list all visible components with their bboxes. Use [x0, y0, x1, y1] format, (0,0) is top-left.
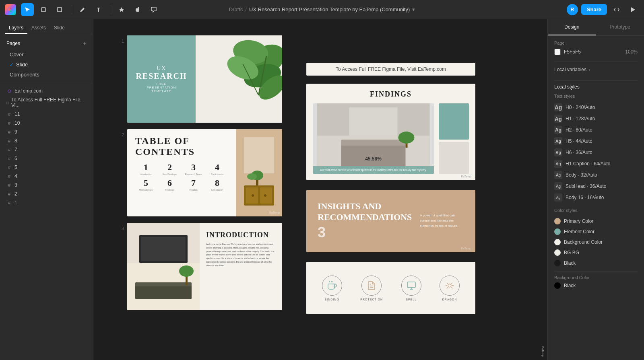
- svg-line-47: [451, 282, 452, 284]
- local-styles-section: Local styles Text styles Ag H0 · 240/Aut…: [554, 84, 638, 289]
- color-style-bgbg[interactable]: BG BG: [554, 247, 638, 258]
- tab-prototype[interactable]: Prototype: [596, 19, 644, 35]
- local-variables-section: Local variables ›: [554, 65, 638, 74]
- hand-tool[interactable]: [131, 3, 144, 16]
- text-tool[interactable]: T: [92, 3, 105, 16]
- slide1-research: RESEARCH: [136, 72, 187, 80]
- page-components-label: Components: [10, 72, 39, 78]
- fill-hex: F5F5F5: [564, 49, 622, 55]
- color-style-element[interactable]: Element Color: [554, 226, 638, 237]
- active-check: ✓: [10, 62, 14, 68]
- text-style-h1caption[interactable]: Ag H1 Caption · 64/Auto: [554, 158, 638, 169]
- right-tabs: Design Prototype: [548, 19, 644, 36]
- tab-design[interactable]: Design: [548, 19, 596, 35]
- page-slide-label: Slide: [16, 62, 28, 68]
- tab-assets[interactable]: Assets: [27, 23, 50, 34]
- text-style-subhead[interactable]: Ag SubHead · 36/Auto: [554, 181, 638, 192]
- page-cover[interactable]: Cover: [0, 49, 93, 60]
- layer-1[interactable]: # 1: [0, 198, 93, 207]
- add-page-button[interactable]: +: [83, 40, 87, 47]
- layer-4[interactable]: # 4: [0, 172, 93, 181]
- comment-tool[interactable]: [147, 3, 160, 16]
- findings-slide[interactable]: FINDINGS: [306, 84, 475, 180]
- figma-logo[interactable]: [5, 4, 16, 15]
- layer-9[interactable]: # 9: [0, 128, 93, 136]
- color-style-black[interactable]: Black: [554, 258, 638, 268]
- canvas-area[interactable]: 1 UX RESEARCH FREEPRESENTATIONTEMPLATE E…: [93, 19, 547, 360]
- pen-tool[interactable]: [76, 3, 89, 16]
- text-style-icon-body16: Ag: [554, 193, 562, 202]
- layer-10[interactable]: # 10: [0, 119, 93, 128]
- layer-11[interactable]: # 11: [0, 110, 93, 119]
- layer-7[interactable]: # 7: [0, 145, 93, 154]
- layer-eatemp[interactable]: ⬡ EaTemp.com: [0, 86, 93, 95]
- icon-dragon: DRAGON: [440, 276, 460, 301]
- fill-swatch[interactable]: [554, 49, 561, 55]
- text-style-h5[interactable]: Ag H5 · 44/Auto: [554, 136, 638, 147]
- layer-2[interactable]: # 2: [0, 189, 93, 198]
- slide3-left: [127, 223, 200, 310]
- insights-slide[interactable]: INSIGHTS AND RECOMMENDATIONS 3 A powerfu…: [306, 190, 475, 252]
- color-style-background[interactable]: Background Color: [554, 237, 638, 247]
- text-style-body16[interactable]: Ag Body 16 · 16/Auto: [554, 192, 638, 203]
- pages-label: Pages: [6, 41, 20, 46]
- slide-frame-2[interactable]: TABLE OF CONTENTS 1 Introduction 2 Key F…: [127, 129, 282, 216]
- toc-8: 8 Conclusion: [206, 178, 228, 191]
- findings-percent: 45.56%: [365, 156, 382, 162]
- layer-2-label: 2: [14, 191, 87, 197]
- layer-6[interactable]: # 6: [0, 154, 93, 163]
- slide-frame-1[interactable]: UX RESEARCH FREEPRESENTATIONTEMPLATE EaT…: [127, 35, 282, 123]
- fill-row: F5F5F5 100%: [554, 49, 638, 55]
- text-style-name-h0: H0 · 240/Auto: [566, 105, 595, 110]
- text-style-name-body16: Body 16 · 16/Auto: [566, 195, 604, 200]
- play-button[interactable]: [626, 3, 639, 16]
- slide-wrapper-2: 2 TABLE OF CONTENTS 1 Introduction 2: [118, 129, 282, 216]
- select-tool[interactable]: [21, 3, 34, 16]
- toc-1: 1 Introduction: [135, 162, 157, 175]
- frame-tool[interactable]: [37, 3, 50, 16]
- right-panel: Design Prototype Page F5F5F5 100% Local …: [547, 19, 644, 360]
- insights-right: A powerful spell that can control and ha…: [412, 213, 464, 228]
- text-style-body[interactable]: Ag Body · 32/Auto: [554, 169, 638, 181]
- background-color-swatch: [554, 239, 561, 245]
- page-components[interactable]: Components: [0, 70, 93, 80]
- primary-color-name: Primary Color: [564, 218, 593, 224]
- dragon-icon-circle: [440, 276, 460, 296]
- slide-frame-3[interactable]: INTRODUCTION Welcome to the Fantasy Worl…: [127, 223, 282, 310]
- share-button[interactable]: Share: [581, 4, 607, 15]
- bg-black-swatch[interactable]: [554, 282, 561, 289]
- toc-5: 5 Methodology: [135, 178, 157, 191]
- svg-point-31: [398, 132, 415, 144]
- text-style-name-subhead: SubHead · 36/Auto: [566, 183, 606, 189]
- components-tool[interactable]: [115, 3, 128, 16]
- icons-slide[interactable]: BINDING PROTECTION: [306, 262, 475, 314]
- slide-num-2: 2: [118, 129, 124, 137]
- layer-8[interactable]: # 8: [0, 136, 93, 145]
- title-chevron[interactable]: ▾: [412, 6, 415, 12]
- text-style-h6[interactable]: Ag H6 · 36/Auto: [554, 147, 638, 158]
- tab-slide[interactable]: Slide: [50, 23, 69, 34]
- page-slide[interactable]: ✓ Slide: [0, 60, 93, 70]
- layer-access-label: To Access Full FREE Figma File, Vi...: [11, 97, 87, 108]
- layer-5[interactable]: # 5: [0, 163, 93, 172]
- code-view-button[interactable]: [610, 3, 623, 16]
- shape-tool[interactable]: [53, 3, 66, 16]
- tab-layers[interactable]: Layers: [5, 23, 27, 34]
- text-style-icon-h2: Ag: [554, 126, 562, 134]
- layer-3[interactable]: # 3: [0, 181, 93, 189]
- text-style-h2[interactable]: Ag H2 · 80/Auto: [554, 124, 638, 136]
- color-style-primary[interactable]: Primary Color: [554, 216, 638, 226]
- text-style-h0[interactable]: Ag H0 · 240/Auto: [554, 102, 638, 113]
- text-style-h1[interactable]: Ag H1 · 128/Auto: [554, 113, 638, 124]
- svg-point-13: [252, 194, 254, 197]
- svg-rect-23: [135, 282, 192, 286]
- insights-title: INSIGHTS AND RECOMMENDATIONS: [318, 201, 412, 222]
- text-style-icon-h6: Ag: [554, 148, 562, 156]
- layer-9-label: 9: [14, 129, 87, 135]
- bg-color-name: Black: [564, 283, 576, 288]
- text-style-name-h1caption: H1 Caption · 64/Auto: [566, 161, 610, 167]
- text-style-icon-subhead: Ag: [554, 182, 562, 190]
- svg-rect-9: [244, 137, 274, 173]
- local-variables-row[interactable]: Local variables ›: [554, 65, 638, 74]
- layer-access[interactable]: □ To Access Full FREE Figma File, Vi...: [0, 95, 93, 110]
